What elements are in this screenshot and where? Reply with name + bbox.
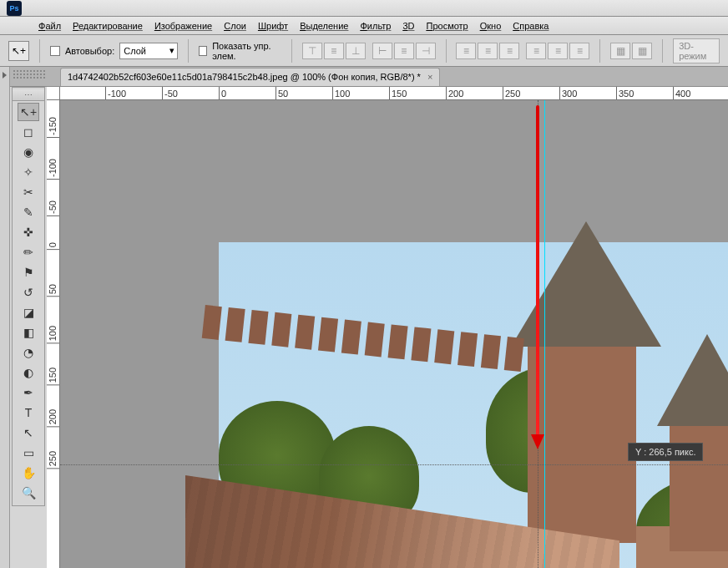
annotation-arrow <box>536 105 539 439</box>
dist-bottom-icon[interactable]: ≡ <box>499 43 519 59</box>
align-hcenter-icon[interactable]: ≡ <box>394 43 414 59</box>
vertical-guide[interactable] <box>544 100 545 568</box>
toolbox: ⋯ ↖+◻◉✧✂✎✜✏⚑↺◪◧◔◐✒T↖▭✋🔍 <box>12 87 45 506</box>
document-image <box>219 242 728 568</box>
ruler-v-tick: 50 <box>47 284 59 297</box>
annotation-arrow-head-icon <box>531 434 544 449</box>
menu-type[interactable]: Шрифт <box>258 21 288 31</box>
ruler-v-tick: 200 <box>47 409 59 427</box>
toolbox-grip-icon[interactable]: ⋯ <box>13 89 44 101</box>
document-tab[interactable]: 1d4742402b52cf603e60e11c5d01a798415c2b48… <box>60 68 440 86</box>
zoom-tool[interactable]: 🔍 <box>18 484 39 502</box>
menu-select[interactable]: Выделение <box>300 21 348 31</box>
menu-layers[interactable]: Слои <box>224 21 246 31</box>
shape-tool[interactable]: ▭ <box>18 444 39 462</box>
ruler-h-tick: 400 <box>673 87 690 99</box>
align-top-icon[interactable]: ⊤ <box>302 43 322 59</box>
ruler-v-tick: 150 <box>47 368 59 385</box>
magic-wand-tool[interactable]: ✧ <box>18 163 39 181</box>
show-controls-checkbox[interactable] <box>199 46 207 56</box>
align-right-icon[interactable]: ⊣ <box>416 43 436 59</box>
gradient-tool[interactable]: ◧ <box>18 323 39 342</box>
blur-tool-icon: ◔ <box>23 347 33 358</box>
auto-select-checkbox[interactable] <box>50 46 60 56</box>
eraser-tool-icon: ◪ <box>23 307 34 318</box>
arrange-1-icon[interactable]: ▦ <box>610 43 630 59</box>
move-tool[interactable]: ↖+ <box>18 103 39 121</box>
document-title: 1d4742402b52cf603e60e11c5d01a798415c2b48… <box>68 72 421 82</box>
auto-select-dropdown[interactable]: Слой <box>119 43 178 59</box>
ruler-origin[interactable] <box>47 87 60 100</box>
marquee-tool-icon: ◻ <box>23 126 33 138</box>
menu-file[interactable]: Файл <box>38 21 61 31</box>
dist-top-icon[interactable]: ≡ <box>456 43 476 59</box>
dist-right-icon[interactable]: ≡ <box>569 43 589 59</box>
menu-filter[interactable]: Фильтр <box>360 21 391 31</box>
eraser-tool[interactable]: ◪ <box>18 303 39 322</box>
blur-tool[interactable]: ◔ <box>18 343 39 362</box>
arrange-2-icon[interactable]: ▦ <box>632 43 652 59</box>
menu-image[interactable]: Изображение <box>154 21 212 31</box>
ruler-h-tick: 50 <box>276 87 288 99</box>
dist-hcenter-icon[interactable]: ≡ <box>548 43 568 59</box>
ruler-v-tick: -50 <box>47 200 59 216</box>
healing-brush-tool-icon: ✜ <box>23 226 33 238</box>
type-tool[interactable]: T <box>18 403 39 422</box>
ruler-h-tick: 0 <box>219 87 226 99</box>
menu-3d[interactable]: 3D <box>402 21 414 31</box>
crop-tool-icon: ✂ <box>23 186 33 198</box>
ruler-v-tick: 0 <box>47 242 59 250</box>
dodge-tool[interactable]: ◐ <box>18 363 39 382</box>
pen-tool-icon: ✒ <box>23 387 33 398</box>
shape-tool-icon: ▭ <box>23 447 34 459</box>
clone-stamp-tool[interactable]: ⚑ <box>18 263 39 281</box>
hand-tool-icon: ✋ <box>22 467 36 479</box>
gradient-tool-icon: ◧ <box>23 327 34 338</box>
pen-tool[interactable]: ✒ <box>18 383 39 402</box>
history-brush-tool[interactable]: ↺ <box>18 283 39 302</box>
title-bar: Ps <box>0 0 728 17</box>
eyedropper-tool[interactable]: ✎ <box>18 203 39 221</box>
close-icon[interactable]: × <box>427 72 432 82</box>
ruler-h-tick: 300 <box>559 87 577 99</box>
path-select-tool-icon: ↖ <box>23 427 33 439</box>
ruler-vertical[interactable]: -150-100-50050100150200250 <box>47 100 60 568</box>
dodge-tool-icon: ◐ <box>23 367 33 378</box>
eyedropper-tool-icon: ✎ <box>23 206 33 218</box>
tab-grip-icon[interactable] <box>13 70 45 84</box>
align-group-2: ⊢ ≡ ⊣ <box>372 43 436 59</box>
mode-3d-button[interactable]: 3D-режим <box>673 38 720 63</box>
left-panel-handle[interactable] <box>0 67 10 568</box>
menu-window[interactable]: Окно <box>480 21 502 31</box>
align-vmiddle-icon[interactable]: ≡ <box>324 43 344 59</box>
ruler-v-tick: 250 <box>47 451 59 469</box>
lasso-tool[interactable]: ◉ <box>18 143 39 161</box>
dist-vmid-icon[interactable]: ≡ <box>478 43 498 59</box>
arrange-group: ▦ ▦ <box>610 43 652 59</box>
options-bar: ↖+ Автовыбор: Слой Показать упр. элем. ⊤… <box>0 35 728 67</box>
ruler-h-tick: 250 <box>503 87 520 99</box>
history-brush-tool-icon: ↺ <box>23 287 33 298</box>
ruler-horizontal[interactable]: -100-50050100150200250300350400450500550 <box>60 87 728 100</box>
dist-left-icon[interactable]: ≡ <box>526 43 546 59</box>
active-tool-icon[interactable]: ↖+ <box>8 41 29 61</box>
align-left-icon[interactable]: ⊢ <box>372 43 392 59</box>
brush-tool[interactable]: ✏ <box>18 243 39 261</box>
auto-select-label: Автовыбор: <box>65 46 114 56</box>
horizontal-guide-preview[interactable] <box>60 464 728 465</box>
align-bottom-icon[interactable]: ⊥ <box>346 43 366 59</box>
hand-tool[interactable]: ✋ <box>18 464 39 482</box>
crop-tool[interactable]: ✂ <box>18 183 39 201</box>
marquee-tool[interactable]: ◻ <box>18 123 39 141</box>
ruler-h-tick: 150 <box>389 87 407 99</box>
menu-edit[interactable]: Редактирование <box>73 21 143 31</box>
ruler-h-tick: 350 <box>616 87 634 99</box>
path-select-tool[interactable]: ↖ <box>18 423 39 442</box>
healing-brush-tool[interactable]: ✜ <box>18 223 39 241</box>
distribute-group-1: ≡ ≡ ≡ <box>456 43 519 59</box>
menu-view[interactable]: Просмотр <box>426 21 468 31</box>
app-logo: Ps <box>7 1 22 16</box>
show-controls-label: Показать упр. элем. <box>212 41 281 61</box>
menu-help[interactable]: Справка <box>513 21 549 31</box>
canvas[interactable]: Y : 266,5 пикс. <box>60 100 728 568</box>
